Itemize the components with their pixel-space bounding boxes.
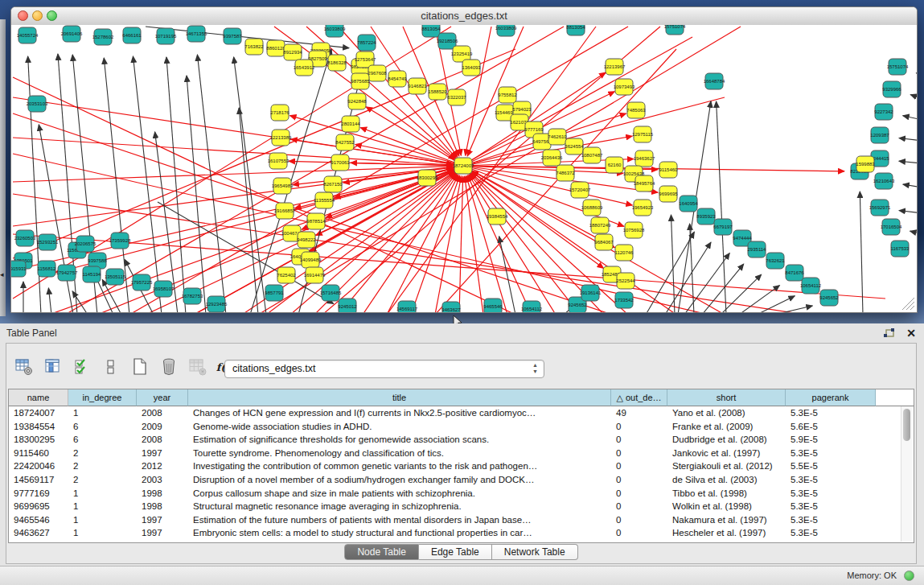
zoom-window-button[interactable] — [47, 10, 57, 21]
table-cell[interactable]: 2 — [68, 447, 137, 460]
table-panel-header[interactable]: Table Panel ✕ — [0, 323, 924, 343]
table-cell[interactable]: 0 — [611, 433, 667, 447]
column-select-icon[interactable] — [42, 356, 64, 378]
table-row[interactable]: 911546021997Tourette syndrome. Phenomeno… — [9, 447, 914, 460]
table-cell[interactable]: 1 — [68, 487, 137, 501]
column-header-pagerank[interactable]: pagerank — [786, 389, 876, 406]
graph-edge[interactable] — [899, 138, 917, 141]
table-cell[interactable]: 9777169 — [9, 487, 68, 501]
table-cell[interactable]: 2008 — [137, 433, 188, 447]
table-cell[interactable]: 1 — [68, 526, 137, 540]
table-cell[interactable]: 0 — [611, 447, 667, 460]
tab-network-table[interactable]: Network Table — [492, 544, 578, 560]
table-row[interactable]: 2242004622012Investigating the contribut… — [9, 459, 914, 473]
table-cell[interactable]: 0 — [611, 420, 667, 434]
graph-edge[interactable] — [48, 288, 51, 312]
table-cell[interactable]: 1 — [68, 500, 137, 513]
graph-edge[interactable] — [234, 57, 266, 312]
table-row[interactable]: 1456911722003Disruption of a novel membe… — [9, 473, 914, 487]
table-cell[interactable]: 5.3E-5 — [786, 487, 876, 501]
table-cell[interactable]: 22420046 — [9, 459, 68, 473]
table-cell[interactable]: 1997 — [137, 447, 188, 460]
memory-ok-led-icon[interactable] — [904, 571, 914, 581]
table-cell[interactable]: 0 — [611, 513, 667, 527]
table-cell[interactable]: 5.3E-5 — [786, 513, 876, 527]
table-cell[interactable]: 2009 — [137, 420, 188, 434]
table-row[interactable]: 946362711997Embryonic stem cells: a mode… — [9, 526, 914, 540]
graph-edge[interactable] — [721, 274, 762, 312]
close-panel-icon[interactable]: ✕ — [906, 327, 916, 340]
delete-icon[interactable] — [158, 356, 179, 378]
graph-edge[interactable] — [860, 192, 863, 312]
table-cell[interactable]: 1997 — [137, 526, 188, 540]
table-row[interactable]: 977716911998Corpus callosum shape and si… — [9, 487, 914, 501]
network-window[interactable]: citations_edges.txt 14055724206914061527… — [10, 6, 918, 313]
table-cell[interactable]: Jankovic et al. (1997) — [667, 447, 786, 460]
table-cell[interactable]: 9463627 — [9, 526, 68, 540]
graph-edge[interactable] — [903, 116, 917, 120]
table-cell[interactable]: Hescheler et al. (1997) — [667, 526, 786, 540]
graph-edge[interactable] — [290, 116, 463, 166]
table-cell[interactable]: 49 — [611, 406, 667, 420]
graph-edge[interactable] — [435, 176, 462, 312]
table-cell[interactable]: 9465546 — [9, 513, 68, 527]
table-cell[interactable]: Stergiakouli et al. (2012) — [667, 459, 786, 473]
table-cell[interactable]: Investigating the contribution of common… — [188, 459, 611, 473]
table-cell[interactable]: 0 — [611, 487, 667, 501]
table-cell[interactable]: 1 — [68, 513, 137, 527]
network-window-titlebar[interactable]: citations_edges.txt — [11, 7, 917, 26]
table-cell[interactable]: de Silva et al. (2003) — [667, 473, 786, 487]
table-rows[interactable]: 1872400712008Changes of HCN gene express… — [9, 406, 914, 540]
select-all-icon[interactable] — [71, 356, 92, 378]
panel-collapse-arrow[interactable]: ◂ — [0, 271, 4, 278]
table-cell[interactable]: Wolkin et al. (1998) — [667, 500, 786, 513]
table-cell[interactable]: 9699695 — [9, 500, 68, 513]
table-header-row[interactable]: namein_degreeyeartitle△ out_de…shortpage… — [9, 389, 914, 406]
column-header-in_degree[interactable]: in_degree — [68, 389, 137, 406]
table-cell[interactable]: 18724007 — [9, 406, 68, 420]
table-cell[interactable]: 9115460 — [9, 447, 68, 460]
table-cell[interactable]: 0 — [611, 473, 667, 487]
graph-edge[interactable] — [899, 211, 917, 213]
graph-edge[interactable] — [903, 184, 917, 187]
table-row[interactable]: 1938455462009Genome-wide association stu… — [9, 420, 914, 434]
graph-edge[interactable] — [910, 231, 917, 234]
new-column-icon[interactable] — [129, 356, 150, 378]
graph-edge[interactable] — [466, 27, 491, 155]
column-header-title[interactable]: title — [188, 389, 611, 406]
table-cell[interactable]: 5.3E-5 — [786, 500, 876, 513]
table-cell[interactable]: 0 — [611, 500, 667, 513]
graph-edge[interactable] — [910, 95, 917, 99]
table-cell[interactable]: 6 — [68, 420, 137, 434]
graph-edge[interactable] — [646, 232, 694, 312]
table-cell[interactable]: Tibbo et al. (1998) — [667, 487, 786, 501]
table-cell[interactable]: 6 — [68, 433, 137, 447]
table-cell[interactable]: Embryonic stem cells: a model to study s… — [188, 526, 611, 540]
table-cell[interactable]: Franke et al. (2009) — [667, 420, 786, 434]
table-cell[interactable]: 5.3E-5 — [786, 406, 876, 420]
column-header-short[interactable]: short — [667, 389, 786, 406]
table-cell[interactable]: 2008 — [137, 406, 188, 420]
close-window-button[interactable] — [18, 10, 28, 21]
table-cell[interactable]: 5.9E-5 — [786, 433, 876, 447]
table-cell[interactable]: Changes of HCN gene expression and I(f) … — [188, 406, 611, 420]
table-cell[interactable]: 5.6E-5 — [786, 420, 876, 434]
table-cell[interactable]: 2003 — [137, 473, 188, 487]
resize-grip-icon[interactable] — [902, 298, 914, 310]
table-cell[interactable]: 5.5E-5 — [786, 459, 876, 473]
graph-edge[interactable] — [166, 57, 186, 312]
unselect-all-icon[interactable] — [100, 356, 121, 378]
table-cell[interactable]: 1 — [68, 406, 137, 420]
table-cell[interactable]: Tourette syndrome. Phenomenology and cla… — [188, 447, 611, 460]
table-cell[interactable]: Estimation of significance thresholds fo… — [188, 433, 611, 447]
table-cell[interactable]: 2 — [68, 473, 137, 487]
table-cell[interactable]: 1997 — [137, 513, 188, 527]
table-mode-icon[interactable] — [13, 356, 35, 378]
table-cell[interactable]: Genome-wide association studies in ADHD. — [188, 420, 611, 434]
column-header-year[interactable]: year — [137, 389, 188, 406]
table-cell[interactable]: 0 — [611, 459, 667, 473]
graph-edge[interactable] — [13, 138, 453, 165]
table-cell[interactable]: Dudbridge et al. (2008) — [667, 433, 786, 447]
table-cell[interactable]: Yano et al. (2008) — [667, 406, 786, 420]
table-cell[interactable]: Corpus callosum shape and size in male p… — [188, 487, 611, 501]
